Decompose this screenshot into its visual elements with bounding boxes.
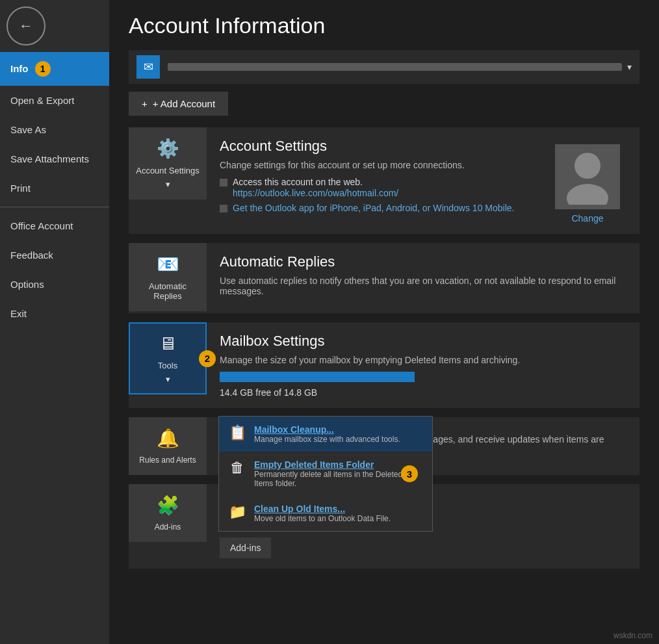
empty-deleted-text: Empty Deleted Items Folder Permanently d…: [254, 459, 423, 488]
outlook-app-link[interactable]: Get the Outlook app for iPhone, iPad, An…: [233, 203, 514, 213]
tools-tile-arrow: ▾: [166, 374, 170, 384]
account-web-label: Access this account on the web.: [233, 177, 398, 187]
account-settings-desc: Change settings for this account or set …: [220, 160, 514, 170]
mailbox-cleanup-title: Mailbox Cleanup...: [254, 424, 400, 435]
sidebar-item-label: Open & Export: [10, 95, 74, 106]
mailbox-progress-bar: [220, 372, 415, 382]
empty-deleted-desc: Permanently delete all items in the Dele…: [254, 470, 423, 488]
account-settings-section: ⚙️ Account Settings ▾ Account Settings C…: [129, 127, 640, 234]
sidebar-item-label: Feedback: [10, 250, 53, 261]
rules-icon: 🔔: [157, 428, 179, 449]
mailbox-cleanup-desc: Manage mailbox size with advanced tools.: [254, 435, 400, 444]
automatic-replies-tile-label: Automatic Replies: [135, 281, 200, 301]
clean-up-icon: 📁: [228, 504, 246, 521]
account-name-blurred: [168, 63, 622, 71]
sidebar-item-label: Options: [10, 279, 44, 290]
back-icon: ←: [19, 18, 33, 34]
add-icon: +: [142, 98, 148, 109]
addins-icon: 🧩: [157, 495, 179, 516]
profile-placeholder-icon: [562, 146, 614, 207]
account-icon: ✉: [136, 55, 160, 79]
account-settings-title: Account Settings: [220, 138, 514, 155]
mailbox-free-text: 14.4 GB free of 14.8 GB: [220, 387, 627, 398]
account-settings-item-1: Access this account on the web. https://…: [220, 177, 514, 199]
watermark: wskdn.com: [614, 631, 653, 640]
tools-tile[interactable]: 🖥 Tools ▾: [129, 322, 207, 394]
add-account-button[interactable]: + + Add Account: [129, 92, 228, 116]
clean-up-title: Clean Up Old Items...: [254, 504, 391, 514]
automatic-replies-content: Automatic Replies Use automatic replies …: [207, 243, 640, 313]
tools-dropdown-menu: 📋 Mailbox Cleanup... Manage mailbox size…: [218, 416, 433, 532]
mailbox-settings-title: Mailbox Settings: [220, 333, 627, 350]
sidebar-item-open-export[interactable]: Open & Export: [0, 86, 109, 115]
sidebar-item-label: Info: [10, 63, 29, 74]
sidebar-item-label: Office Account: [10, 220, 73, 231]
profile-photo: [555, 144, 620, 209]
sidebar-item-exit[interactable]: Exit: [0, 299, 109, 328]
account-dropdown-arrow: ▾: [627, 62, 632, 72]
tools-tile-label: Tools: [158, 361, 177, 370]
mailbox-settings-content: Mailbox Settings Manage the size of your…: [207, 322, 640, 408]
add-account-label: + Add Account: [153, 98, 215, 109]
sidebar-divider: [0, 207, 109, 207]
sidebar-item-print[interactable]: Print: [0, 174, 109, 203]
rules-tile-label: Rules and Alerts: [139, 456, 196, 465]
sidebar-item-save-as[interactable]: Save As: [0, 115, 109, 144]
automatic-replies-desc: Use automatic replies to notify others t…: [220, 276, 627, 296]
account-settings-icon: ⚙️: [157, 138, 179, 159]
clean-up-text: Clean Up Old Items... Move old items to …: [254, 504, 391, 523]
change-photo-link[interactable]: Change: [571, 213, 603, 224]
account-selector[interactable]: ✉ ▾: [129, 50, 640, 84]
svg-point-0: [575, 153, 601, 179]
account-settings-tile[interactable]: ⚙️ Account Settings ▾: [129, 127, 207, 200]
dropdown-item-clean-up[interactable]: 📁 Clean Up Old Items... Move old items t…: [219, 496, 432, 531]
back-button[interactable]: ←: [6, 6, 45, 45]
tools-icon: 🖥: [159, 333, 177, 354]
sidebar: ← Info 1 Open & Export Save As Save Atta…: [0, 0, 109, 644]
account-settings-content: Account Settings Change settings for thi…: [207, 127, 640, 234]
account-settings-item-2: Get the Outlook app for iPhone, iPad, An…: [220, 203, 514, 213]
sidebar-item-label: Print: [10, 183, 31, 194]
sidebar-item-feedback[interactable]: Feedback: [0, 240, 109, 270]
mailbox-cleanup-icon: 📋: [228, 424, 246, 441]
sidebar-item-save-attachments[interactable]: Save Attachments: [0, 144, 109, 174]
dropdown-item-mailbox-cleanup[interactable]: 📋 Mailbox Cleanup... Manage mailbox size…: [219, 417, 432, 452]
main-content: Account Information ✉ ▾ + + Add Account …: [109, 0, 659, 644]
step-badge-3: 3: [401, 465, 418, 482]
addins-tile-label: Add-ins: [155, 522, 181, 532]
rules-tile[interactable]: 🔔 Rules and Alerts: [129, 417, 207, 475]
account-settings-tile-arrow: ▾: [166, 179, 170, 189]
account-settings-tile-label: Account Settings: [136, 166, 200, 175]
sidebar-item-label: Save Attachments: [10, 153, 89, 164]
sidebar-item-options[interactable]: Options: [0, 270, 109, 299]
addins-tile[interactable]: 🧩 Add-ins: [129, 484, 207, 542]
dropdown-item-empty-deleted[interactable]: 🗑 Empty Deleted Items Folder Permanently…: [219, 452, 432, 496]
step-badge-2: 2: [199, 350, 216, 367]
info-badge: 1: [35, 61, 51, 77]
mailbox-settings-desc: Manage the size of your mailbox by empty…: [220, 355, 627, 365]
automatic-replies-tile[interactable]: 📧 Automatic Replies: [129, 243, 207, 311]
empty-deleted-title: Empty Deleted Items Folder: [254, 459, 423, 470]
addins-button[interactable]: Add-ins: [220, 537, 271, 558]
automatic-replies-section: 📧 Automatic Replies Automatic Replies Us…: [129, 243, 640, 313]
sidebar-item-office-account[interactable]: Office Account: [0, 211, 109, 240]
sidebar-item-info[interactable]: Info 1: [0, 52, 109, 86]
profile-photo-area: Change: [555, 144, 620, 224]
checkbox-1: [220, 179, 227, 187]
svg-point-1: [567, 184, 608, 205]
empty-deleted-icon: 🗑: [228, 459, 246, 476]
mailbox-settings-section: 🖥 Tools ▾ 2 Mailbox Settings Manage the …: [129, 322, 640, 408]
checkbox-2: [220, 205, 227, 213]
page-title: Account Information: [129, 13, 640, 38]
tools-tile-wrapper: 🖥 Tools ▾ 2: [129, 322, 207, 394]
sidebar-item-label: Save As: [10, 124, 46, 135]
automatic-replies-title: Automatic Replies: [220, 253, 627, 270]
account-icon-symbol: ✉: [144, 60, 153, 74]
account-web-link[interactable]: https://outlook.live.com/owa/hotmail.com…: [233, 188, 398, 198]
clean-up-desc: Move old items to an Outlook Data File.: [254, 514, 391, 523]
sidebar-item-label: Exit: [10, 308, 27, 319]
mailbox-cleanup-text: Mailbox Cleanup... Manage mailbox size w…: [254, 424, 400, 444]
automatic-replies-icon: 📧: [157, 253, 179, 275]
